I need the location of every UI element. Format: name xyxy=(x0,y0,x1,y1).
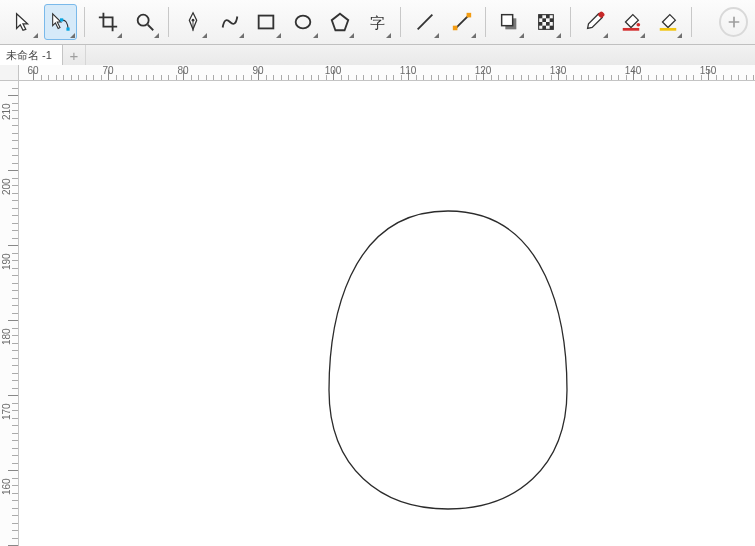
canvas[interactable] xyxy=(18,80,755,546)
ruler-h-label: 100 xyxy=(325,65,342,76)
connector-icon xyxy=(451,11,473,33)
svg-rect-20 xyxy=(550,18,554,22)
ellipse-icon xyxy=(292,11,314,33)
svg-rect-15 xyxy=(502,15,513,26)
pen-tool[interactable] xyxy=(176,4,209,40)
svg-point-7 xyxy=(296,16,311,29)
document-tab-label: 未命名 -1 xyxy=(6,48,52,63)
ruler-h-label: 80 xyxy=(177,65,188,76)
polygon-icon xyxy=(329,11,351,33)
freehand-icon xyxy=(219,11,241,33)
egg-shape[interactable] xyxy=(328,210,568,510)
svg-rect-19 xyxy=(543,18,547,22)
svg-rect-12 xyxy=(452,26,457,31)
ruler-h-label: 60 xyxy=(27,65,38,76)
zoom-tool[interactable] xyxy=(128,4,161,40)
svg-text:字: 字 xyxy=(369,15,384,31)
svg-line-3 xyxy=(148,25,154,31)
ruler-h-label: 120 xyxy=(475,65,492,76)
new-tab-button[interactable]: + xyxy=(63,45,86,65)
workspace: 60708090100110120130140150 1501601701801… xyxy=(0,65,755,546)
node-edit-tool[interactable] xyxy=(44,4,77,40)
transparency-tool[interactable] xyxy=(530,4,563,40)
line-tool[interactable] xyxy=(408,4,441,40)
svg-rect-22 xyxy=(546,22,550,26)
main-toolbar: 字 xyxy=(0,0,755,45)
svg-marker-8 xyxy=(332,14,349,31)
ruler-h-label: 90 xyxy=(252,65,263,76)
dropper-icon xyxy=(583,11,605,33)
svg-line-11 xyxy=(455,16,468,29)
ruler-h-label: 150 xyxy=(700,65,717,76)
polygon-tool[interactable] xyxy=(324,4,357,40)
ruler-v-label: 200 xyxy=(1,178,12,195)
fill-tool[interactable] xyxy=(614,4,647,40)
ruler-v-label: 160 xyxy=(1,478,12,495)
ruler-h-label: 110 xyxy=(400,65,417,76)
shadow-tool[interactable] xyxy=(493,4,526,40)
crop-icon xyxy=(97,11,119,33)
erase-tool[interactable] xyxy=(651,4,684,40)
ruler-v-label: 170 xyxy=(1,403,12,420)
freehand-tool[interactable] xyxy=(213,4,246,40)
ellipse-tool[interactable] xyxy=(287,4,320,40)
ruler-h-label: 130 xyxy=(550,65,567,76)
add-tool-button[interactable] xyxy=(719,7,748,37)
rectangle-icon xyxy=(255,11,277,33)
pen-icon xyxy=(182,11,204,33)
svg-rect-18 xyxy=(546,15,550,19)
pointer-icon xyxy=(12,11,34,33)
transparency-icon xyxy=(535,11,557,33)
node-edit-icon xyxy=(49,11,71,33)
svg-rect-17 xyxy=(539,15,543,19)
bucket-icon xyxy=(620,11,642,33)
svg-point-26 xyxy=(636,23,640,27)
crop-tool[interactable] xyxy=(92,4,125,40)
svg-line-10 xyxy=(417,15,432,30)
connector-tool[interactable] xyxy=(445,4,478,40)
document-tabbar: 未命名 -1 + xyxy=(0,45,755,66)
ruler-vertical[interactable]: 150160170180190200210 xyxy=(0,80,19,546)
svg-rect-23 xyxy=(543,26,547,30)
rectangle-tool[interactable] xyxy=(250,4,283,40)
ruler-horizontal[interactable]: 60708090100110120130140150 xyxy=(18,65,755,81)
svg-rect-0 xyxy=(60,18,63,21)
pointer-tool[interactable] xyxy=(7,4,40,40)
svg-rect-24 xyxy=(550,26,554,30)
zoom-icon xyxy=(134,11,156,33)
ruler-origin[interactable] xyxy=(0,65,19,81)
ruler-h-label: 140 xyxy=(625,65,642,76)
svg-rect-1 xyxy=(67,28,70,31)
svg-rect-21 xyxy=(539,22,543,26)
document-tab[interactable]: 未命名 -1 xyxy=(0,45,63,65)
text-icon: 字 xyxy=(366,11,388,33)
ruler-v-label: 190 xyxy=(1,253,12,270)
plus-icon: + xyxy=(69,48,78,63)
text-tool[interactable]: 字 xyxy=(360,4,393,40)
color-picker-tool[interactable] xyxy=(578,4,611,40)
svg-rect-13 xyxy=(466,13,471,18)
erase-icon xyxy=(657,11,679,33)
ruler-h-label: 70 xyxy=(102,65,113,76)
svg-point-2 xyxy=(138,15,149,26)
ruler-v-label: 180 xyxy=(1,328,12,345)
line-icon xyxy=(414,11,436,33)
ruler-v-label: 210 xyxy=(1,103,12,120)
shadow-icon xyxy=(498,11,520,33)
plus-icon xyxy=(726,14,742,30)
svg-rect-6 xyxy=(259,16,274,29)
